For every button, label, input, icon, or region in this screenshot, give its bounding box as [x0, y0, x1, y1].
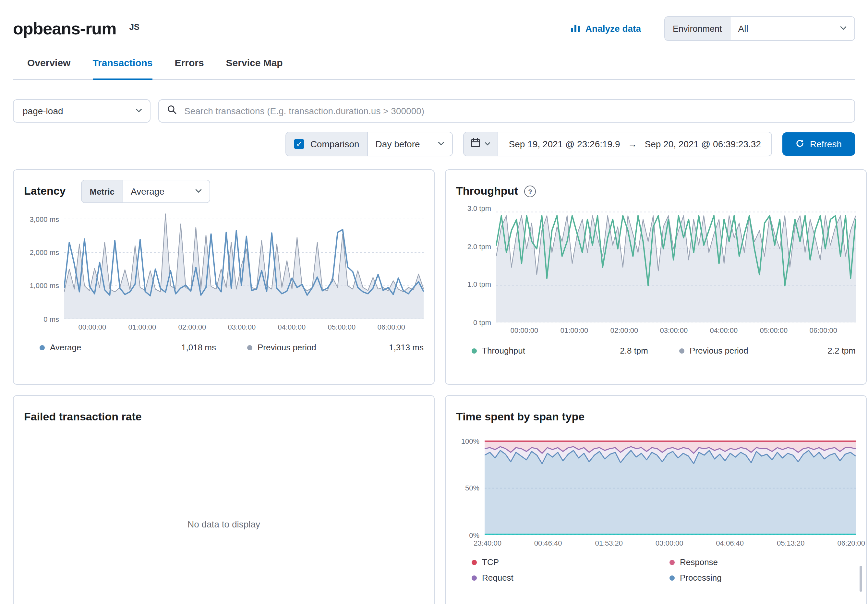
time-spent-panel: Time spent by span type 100%50%0% 23:40:… [445, 395, 867, 604]
charts-grid: Latency Metric Average 3,000 ms2,000 ms1… [13, 169, 855, 604]
bar-chart-icon [570, 22, 581, 35]
legend-label: Previous period [690, 346, 748, 356]
tab-transactions[interactable]: Transactions [93, 57, 152, 80]
refresh-icon [796, 138, 805, 150]
legend-item-throughput[interactable]: Throughput2.8 tpm [472, 346, 648, 356]
legend-item-processing[interactable]: Processing [670, 573, 856, 582]
environment-select[interactable]: All [730, 17, 854, 40]
x-axis-labels: 00:00:0001:00:0002:00:0003:00:0004:00:00… [64, 319, 424, 333]
date-start-button[interactable]: Sep 19, 2021 @ 23:26:19.9 [509, 139, 620, 149]
legend-item-tcp[interactable]: TCP [472, 557, 670, 567]
arrow-right-icon: → [628, 139, 637, 149]
throughput-legend: Throughput2.8 tpmPrevious period2.2 tpm [472, 346, 856, 356]
x-axis-tick: 04:00:00 [278, 323, 306, 331]
latency-panel: Latency Metric Average 3,000 ms2,000 ms1… [13, 169, 435, 385]
date-end-button[interactable]: Sep 20, 2021 @ 06:39:23.32 [645, 139, 761, 149]
comparison-control: ✓ Comparison Day before [286, 132, 453, 156]
apm-service-page: opbeans-rum JS Analyze data Environment … [0, 0, 868, 604]
help-icon[interactable]: ? [524, 186, 536, 197]
page-title: opbeans-rum [13, 19, 116, 39]
comparison-label: Comparison [310, 139, 360, 149]
x-axis-tick: 23:40:00 [474, 539, 501, 547]
x-axis-tick: 01:00:00 [561, 326, 588, 334]
legend-dot [472, 348, 477, 353]
legend-scrollbar[interactable] [860, 566, 862, 592]
x-axis-labels: 23:40:0000:46:4001:53:2003:00:0004:06:40… [485, 535, 856, 550]
latency-chart[interactable] [64, 209, 424, 319]
x-axis-tick: 05:00:00 [760, 326, 788, 334]
header: opbeans-rum JS Analyze data Environment … [0, 0, 868, 80]
legend-dot [40, 345, 45, 350]
y-axis-labels: 3,000 ms2,000 ms1,000 ms0 ms [24, 209, 64, 319]
legend-item-previous-period[interactable]: Previous period1,313 ms [247, 342, 424, 352]
legend-item-response[interactable]: Response [670, 557, 856, 567]
x-axis-tick: 05:13:20 [777, 539, 805, 547]
comparison-toggle[interactable]: ✓ Comparison [287, 132, 368, 156]
y-axis-tick: 0 tpm [473, 319, 491, 326]
throughput-title: Throughput [456, 185, 518, 198]
x-axis-tick: 01:00:00 [129, 323, 157, 331]
legend-label: Throughput [482, 346, 525, 356]
transaction-type-select[interactable]: page-load [13, 99, 150, 122]
agent-badge: JS [129, 22, 140, 31]
refresh-button[interactable]: Refresh [782, 132, 855, 156]
y-axis-labels: 100%50%0% [456, 437, 485, 535]
x-axis-tick: 00:46:40 [534, 539, 562, 547]
x-axis-tick: 06:00:00 [809, 326, 837, 334]
search-field [158, 99, 855, 122]
legend-label: Processing [680, 573, 722, 582]
y-axis-tick: 0 ms [43, 315, 59, 323]
latency-legend: Average1,018 msPrevious period1,313 ms [40, 342, 424, 352]
x-axis-tick: 04:06:40 [716, 539, 744, 547]
x-axis-tick: 03:00:00 [228, 323, 256, 331]
x-axis-tick: 03:00:00 [660, 326, 688, 334]
legend-item-average[interactable]: Average1,018 ms [40, 342, 216, 352]
comparison-period-select[interactable]: Day before [368, 132, 453, 156]
tab-service-map[interactable]: Service Map [226, 57, 283, 80]
legend-label: Previous period [257, 342, 316, 352]
y-axis-tick: 1,000 ms [30, 282, 59, 290]
chevron-down-icon [194, 186, 203, 197]
chevron-down-icon [839, 23, 848, 34]
x-axis-tick: 02:00:00 [178, 323, 206, 331]
time-spent-legend: TCPResponseRequestProcessing [472, 557, 856, 582]
y-axis-tick: 2,000 ms [30, 248, 59, 256]
x-axis-labels: 00:00:0001:00:0002:00:0003:00:0004:00:00… [496, 322, 856, 337]
legend-item-previous-period[interactable]: Previous period2.2 tpm [679, 346, 856, 356]
environment-control: Environment All [664, 16, 855, 41]
legend-dot [247, 345, 253, 350]
filter-row: page-load [13, 99, 855, 122]
x-axis-tick: 00:00:00 [510, 326, 538, 334]
throughput-chart[interactable] [496, 208, 856, 322]
x-axis-tick: 03:00:00 [656, 539, 684, 547]
throughput-panel: Throughput ? 3.0 tpm2.0 tpm1.0 tpm0 tpm … [445, 169, 867, 385]
x-axis-tick: 04:00:00 [710, 326, 738, 334]
y-axis-tick: 50% [465, 484, 479, 492]
legend-dot [670, 575, 675, 580]
failed-rate-title: Failed transaction rate [24, 411, 142, 424]
legend-item-request[interactable]: Request [472, 573, 670, 582]
search-input[interactable] [183, 105, 846, 117]
chevron-down-icon [134, 105, 143, 116]
metric-label: Metric [82, 180, 123, 203]
x-axis-tick: 02:00:00 [611, 326, 639, 334]
date-picker-menu-button[interactable] [464, 132, 499, 156]
x-axis-tick: 05:00:00 [328, 323, 356, 331]
legend-dot [670, 559, 675, 565]
legend-dot [472, 559, 477, 565]
controls-row: ✓ Comparison Day before Sep 19, 2021 [13, 132, 855, 156]
comparison-checkbox[interactable]: ✓ [294, 139, 305, 149]
tab-errors[interactable]: Errors [175, 57, 204, 80]
analyze-data-link[interactable]: Analyze data [570, 22, 641, 35]
legend-label: Average [50, 342, 81, 352]
metric-select[interactable]: Average [123, 180, 210, 203]
tab-overview[interactable]: Overview [27, 57, 70, 80]
legend-label: TCP [482, 557, 499, 567]
x-axis-tick: 06:00:00 [377, 323, 405, 331]
legend-dot [472, 575, 477, 580]
legend-dot [679, 348, 684, 353]
environment-label: Environment [665, 17, 730, 40]
time-spent-chart[interactable] [485, 437, 856, 535]
y-axis-labels: 3.0 tpm2.0 tpm1.0 tpm0 tpm [456, 204, 496, 322]
y-axis-tick: 3,000 ms [30, 215, 59, 223]
